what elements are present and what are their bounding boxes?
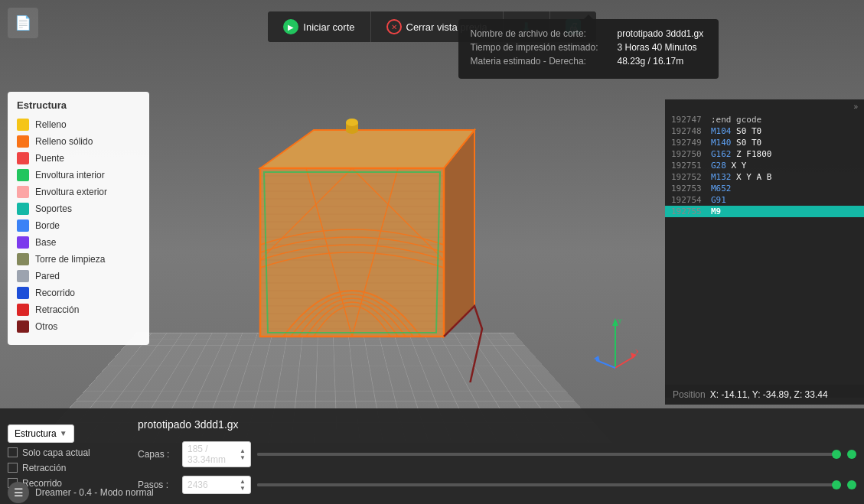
gcode-lines: 192747;end gcode192748M104 S0 T0192749M1… [665,114,864,217]
legend-item: Puente [17,152,140,164]
gcode-line-cmd: G28 X Y [711,161,746,171]
bottom-filename: prototipado 3ddd1.gx [138,418,856,431]
legend-color-swatch [17,320,29,333]
legend-item: Soportes [17,203,140,215]
gcode-line[interactable]: 192751G28 X Y [665,160,864,171]
gcode-line-cmd: M104 S0 T0 [711,126,761,136]
layers-indicator [847,450,856,459]
filename-value: prototipado 3ddd1.gx [618,28,704,39]
legend-item: Torre de limpieza [17,253,140,265]
legend-color-swatch [17,219,29,232]
time-value: 3 Horas 40 Minutos [618,42,697,53]
arrow-down-icon[interactable]: ▼ [240,454,246,461]
legend-item-label: Pared [35,271,60,281]
menu-hamburger-icon: ☰ [14,486,24,499]
footer: ☰ Dreamer - 0.4 - Modo normal [0,481,161,504]
layers-row: Capas : 185 / 33.34mm ▲ ▼ [138,441,856,467]
number-arrows-steps[interactable]: ▲ ▼ [240,478,246,492]
steps-slider[interactable] [257,483,841,486]
chevron-down-icon: ▼ [60,429,67,437]
gcode-line[interactable]: 192752M132 X Y A B [665,171,864,183]
steps-slider-fill [257,483,841,486]
gcode-line[interactable]: 192748M104 S0 T0 [665,125,864,137]
gcode-line-cmd: M140 S0 T0 [711,138,761,148]
checkbox-solo-capa[interactable]: Solo capa actual [8,447,130,458]
gcode-line[interactable]: 192753M652 [665,183,864,194]
gcode-line-cmd: M652 [711,184,732,193]
gcode-line-cmd: G162 Z F1800 [711,149,771,159]
legend-color-swatch [17,270,29,282]
steps-input[interactable]: 2436 ▲ ▼ [182,476,251,494]
legend-item: Retracción [17,304,140,316]
checkbox-icon [8,447,18,457]
legend-item: Envoltura exterior [17,186,140,198]
structure-select[interactable]: Estructura ▼ [8,424,74,443]
gcode-line-number: 192747 [671,115,711,125]
gcode-line-number: 192754 [671,195,711,205]
gcode-line[interactable]: 192754G91 [665,194,864,206]
legend-color-swatch [17,287,29,299]
gcode-line-cmd: M132 X Y A B [711,172,771,182]
info-row-filename: Nombre de archivo de corte: prototipado … [471,28,706,39]
layers-input[interactable]: 185 / 33.34mm ▲ ▼ [182,441,251,467]
checkbox-icon-2 [8,463,18,473]
layers-label: Capas : [138,449,176,460]
gcode-line-number: 192749 [671,138,711,148]
legend-item-label: Envoltura interior [35,170,105,180]
legend-item-label: Borde [35,220,60,231]
svg-line-38 [615,356,634,368]
gcode-line-number: 192752 [671,172,711,182]
gcode-line-number: 192748 [671,126,711,136]
toolbar: ▶ Iniciar corte ✕ Cerrar vista previa ⬇ … [0,0,864,54]
gcode-line[interactable]: 192750G162 Z F1800 [665,148,864,160]
position-bar: Position X: -14.11, Y: -34.89, Z: 33.44 [665,385,864,405]
layers-slider-dot [832,450,841,459]
legend-color-swatch [17,253,29,265]
legend-item-label: Relleno sólido [35,136,93,147]
legend-item: Relleno sólido [17,135,140,148]
start-cut-button[interactable]: ▶ Iniciar corte [268,11,370,42]
gcode-line[interactable]: 192749M140 S0 T0 [665,137,864,148]
legend-item-label: Otros [35,321,57,332]
play-icon: ▶ [283,19,298,34]
gcode-line[interactable]: 192747;end gcode [665,114,864,125]
legend-item: Base [17,236,140,249]
material-label: Materia estimado - Derecha: [471,56,608,67]
legend-color-swatch [17,186,29,198]
position-value: X: -14.11, Y: -34.89, Z: 33.44 [710,389,828,400]
structure-select-row: Estructura ▼ [8,424,130,443]
arrow-up-steps-icon[interactable]: ▲ [240,478,246,485]
legend-color-swatch [17,135,29,148]
svg-marker-1 [260,130,474,168]
svg-line-41 [596,360,615,368]
structure-title: Estructura [17,99,140,111]
legend-item-label: Soportes [35,203,72,214]
legend-item: Borde [17,219,140,232]
legend-color-swatch [17,169,29,181]
start-cut-label: Iniciar corte [303,21,354,33]
layers-slider[interactable] [257,453,841,456]
checkbox-retraccion[interactable]: Retracción [8,463,130,473]
info-row-material: Materia estimado - Derecha: 48.23g / 16.… [471,56,706,67]
filename-label: Nombre de archivo de corte: [471,28,608,39]
number-arrows-layers[interactable]: ▲ ▼ [240,447,246,461]
gcode-panel[interactable]: » 192747;end gcode192748M104 S0 T0192749… [665,99,864,398]
info-row-time: Tiempo de impresión estimado: 3 Horas 40… [471,42,706,53]
legend-color-swatch [17,203,29,215]
gcode-line-cmd: G91 [711,195,726,205]
layers-value: 185 / 33.34mm [187,444,240,465]
legend-item: Recorrido [17,287,140,299]
legend-item: Envoltura interior [17,169,140,181]
material-value: 48.23g / 16.17m [618,56,684,67]
structure-panel: Estructura Relleno Relleno sólido Puente… [8,92,149,345]
legend-item-label: Base [35,237,56,248]
stop-icon: ✕ [386,19,402,34]
bottom-right-controls: prototipado 3ddd1.gx Capas : 185 / 33.34… [138,415,856,498]
arrow-down-steps-icon[interactable]: ▼ [240,485,246,492]
gcode-line[interactable]: 192755M9 [665,206,864,217]
arrow-up-icon[interactable]: ▲ [240,447,246,454]
steps-value: 2436 [187,480,208,490]
legend-item: Relleno [17,119,140,131]
footer-menu-button[interactable]: ☰ [8,482,29,503]
expand-gcode-button[interactable]: » [665,99,864,114]
